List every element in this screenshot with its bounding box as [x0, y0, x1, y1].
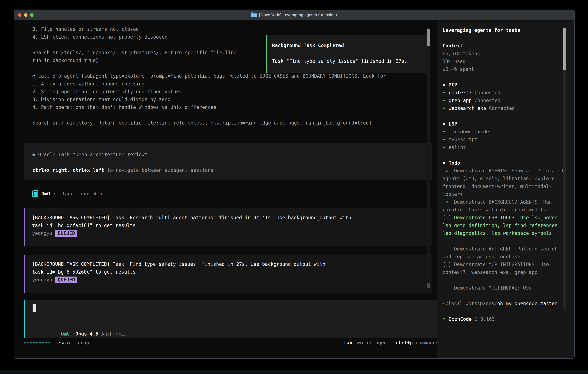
text-cursor: [32, 304, 36, 312]
task-user: yeongyu: [32, 277, 52, 283]
agent-name: OmO: [41, 191, 50, 197]
sidebar: Leveraging agents for tasks Context 66,5…: [437, 21, 574, 358]
dot-icon: •: [443, 128, 449, 136]
session-title: Leveraging agents for tasks: [443, 26, 574, 34]
terminal-output-top: 3. File handles or streams not closed 4.…: [32, 25, 237, 64]
todo-item-pending: [ ] Demonstrate MCP INTEGRATIONS: Use co…: [443, 261, 566, 276]
check-icon: ✓: [445, 168, 448, 174]
task-line2: task_id="bg_dcfac161" to get results.: [32, 222, 432, 229]
main-scrollbar[interactable]: [427, 28, 430, 288]
input-model-name[interactable]: Opus 4.5: [75, 331, 98, 337]
context-used: 33% used: [443, 58, 574, 65]
agent-icon: [32, 190, 38, 197]
gear-icon: ⚙: [32, 73, 35, 79]
chevron-down-icon: ▼: [443, 120, 449, 128]
dot-icon: •: [443, 97, 449, 104]
status-bar: esc interrupt tab switch agent ctrl+p co…: [24, 339, 439, 346]
app-window: [OpenCode] Leveraging agents for tasks ◐…: [14, 10, 575, 359]
agent-model: claude-opus-4-5: [59, 191, 102, 197]
dot-icon: •: [443, 144, 449, 151]
todo-item-done: [✓] Demonstrate AGENTS: Show all 7 curat…: [443, 167, 566, 198]
mcp-section-header[interactable]: ▼MCP: [443, 81, 574, 89]
tool-call-line: call_omo_agent [subagent_type=explore, p…: [35, 73, 386, 79]
esc-action-label: interrupt: [66, 340, 92, 345]
input-provider: Anthropic: [101, 331, 127, 337]
tool-call-block: ⚙ call_omo_agent [subagent_type=explore,…: [32, 72, 386, 127]
empty-checkbox: [445, 215, 448, 220]
oracle-task-title: Oracle Task "Deep architecture review": [35, 152, 147, 157]
agent-header: OmO · claude-opus-4-5: [32, 190, 103, 197]
terminal-main: 3. File handles or streams not closed 4.…: [14, 21, 437, 358]
shortcut-hint: to navigate between subagent sessions: [104, 167, 214, 173]
todo-item-done: [✓] Demonstrate BACKGROUND AGENTS: Run p…: [443, 198, 566, 214]
background-task-message: [BACKGROUND TASK COMPLETED] Task "Resear…: [24, 208, 432, 246]
zoom-button[interactable]: [30, 13, 33, 17]
mcp-item: •context7 Connected: [443, 89, 574, 97]
window-title: [OpenCode] Leveraging agents for tasks ◐: [259, 13, 338, 17]
dot-icon: •: [443, 136, 449, 144]
task-line2: task_id="bg_6f59260c" to get results.: [32, 268, 432, 276]
tool-call-item: 3. Division operations that could divide…: [32, 96, 386, 104]
workspace-path: ~/local-workspaces/oh-my-opencode:master: [443, 300, 566, 307]
scrollbar-thumb[interactable]: [427, 283, 430, 288]
separator-dot: ·: [53, 191, 56, 197]
minimize-button[interactable]: [24, 13, 28, 17]
output-line: 3. File handles or streams not closed: [32, 25, 237, 33]
dot-icon: •: [443, 89, 449, 97]
prompt-input[interactable]: OmO Opus 4.5 Anthropic: [24, 300, 439, 338]
shortcut-keys: ctrl+x right, ctrl+x left: [32, 167, 104, 173]
todo-item-pending: [ ] Demonstrate AST-GREP: Pattern search…: [443, 245, 566, 261]
close-button[interactable]: [18, 13, 21, 17]
mcp-item: •grep_app Connected: [443, 97, 574, 104]
context-heading: Context: [443, 42, 574, 50]
background-task-message: [BACKGROUND TASK COMPLETED] Task "Find t…: [24, 255, 432, 293]
sidebar-scrollbar[interactable]: [563, 28, 566, 310]
lsp-section-header[interactable]: ▼LSP: [443, 120, 574, 128]
oracle-task-panel: ◉ Oracle Task "Deep architecture review"…: [24, 143, 432, 180]
tool-call-tail: Search src/ directory. Return specific f…: [32, 119, 386, 127]
traffic-lights: [18, 10, 33, 20]
dot-icon: •: [443, 315, 449, 323]
todo-section-header[interactable]: ▼Todo: [443, 159, 574, 167]
status-badge: QUEUED: [55, 230, 77, 237]
activity-dots-icon: [24, 342, 50, 343]
ctrlp-key-hint: ctrl+p: [390, 340, 413, 345]
empty-checkbox: [445, 262, 448, 267]
todo-item-active: [ ] Demonstrate LSP TOOLS: Use lsp_hover…: [443, 214, 566, 237]
screen-bottom-edge: [0, 370, 588, 374]
task-line1: [BACKGROUND TASK COMPLETED] Task "Resear…: [32, 214, 432, 222]
chevron-down-icon: ▼: [443, 81, 449, 89]
tab-key-hint: tab: [344, 340, 352, 345]
git-branch: master: [540, 301, 558, 306]
lsp-item: •typescript: [443, 136, 574, 144]
folder-icon: [251, 13, 257, 17]
todo-item-pending: [ ] Demonstrate MULTIMODAL: Use: [443, 284, 566, 292]
output-line: Search src/tools/, src/hooks/, src/featu…: [32, 49, 237, 57]
empty-checkbox: [445, 285, 448, 291]
input-agent-name[interactable]: OmO: [61, 331, 70, 337]
context-spent: $0.46 spent: [443, 65, 574, 73]
lsp-item: •markdown-oxide: [443, 128, 574, 136]
output-line: run_in_background=true]: [32, 57, 237, 64]
scrollbar-thumb[interactable]: [563, 28, 566, 70]
toast-body: Task "Find type safety issues" finished …: [272, 57, 428, 65]
tab-action-label: switch agent: [352, 340, 390, 345]
scrollbar-thumb[interactable]: [427, 29, 430, 46]
context-tokens: 66,518 tokens: [443, 50, 574, 58]
version-line: •OpenCode 1.0.163: [443, 315, 574, 323]
empty-checkbox: [445, 246, 448, 252]
tool-call-item: 1. Array access without bounds checking: [32, 80, 386, 88]
record-icon: ◉: [32, 152, 35, 157]
status-badge: QUEUED: [55, 277, 77, 283]
mcp-item: •websearch_exa Connected: [443, 104, 574, 112]
tool-call-item: 4. Path operations that don't handle Win…: [32, 104, 386, 111]
dot-icon: •: [443, 104, 449, 112]
background-task-toast: Background Task Completed Task "Find typ…: [266, 35, 428, 73]
task-user: yeongyu: [32, 230, 52, 236]
check-icon: ✓: [445, 199, 448, 205]
task-line1: [BACKGROUND TASK COMPLETED] Task "Find t…: [32, 260, 432, 268]
window-titlebar: [OpenCode] Leveraging agents for tasks ◐: [14, 10, 574, 20]
lsp-item: •eslint: [443, 144, 574, 151]
tool-call-item: 2. String operations on potentially unde…: [32, 88, 386, 96]
chevron-down-icon: ▼: [443, 159, 449, 167]
